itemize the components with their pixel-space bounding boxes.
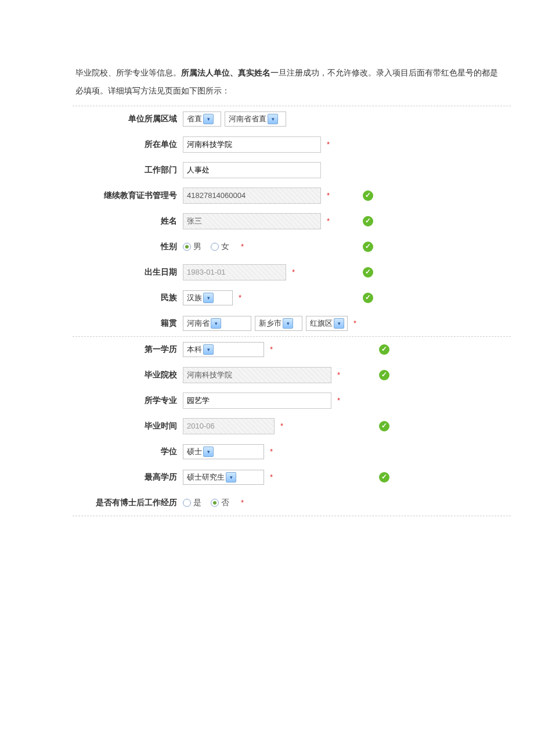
required-star: * <box>327 138 330 151</box>
required-star: * <box>241 240 244 253</box>
check-icon: ✓ <box>379 344 389 355</box>
required-star: * <box>327 189 330 202</box>
degree-value: 硕士 <box>187 445 202 458</box>
check-icon: ✓ <box>379 472 389 483</box>
birth-input[interactable] <box>183 264 286 280</box>
row-firstedu: 第一学历 本科▾ * ✓ <box>73 337 511 362</box>
label-postdoc: 是否有博士后工作经历 <box>73 495 183 510</box>
row-postdoc: 是否有博士后工作经历 是 否 * <box>73 490 511 516</box>
row-region: 单位所属区域 省直▾ 河南省省直▾ <box>73 106 511 132</box>
check-icon: ✓ <box>363 293 373 303</box>
chevron-down-icon: ▾ <box>283 318 293 329</box>
check-icon: ✓ <box>379 421 389 431</box>
row-school: 毕业院校 * ✓ <box>73 362 511 388</box>
label-native: 籍贯 <box>73 316 183 330</box>
native-city-select[interactable]: 新乡市▾ <box>255 316 302 331</box>
gradtime-input[interactable] <box>183 418 275 434</box>
row-nation: 民族 汉族▾ * ✓ <box>73 285 511 311</box>
unit-input[interactable] <box>183 136 321 153</box>
native-district-value: 红旗区 <box>310 316 333 330</box>
chevron-down-icon: ▾ <box>203 114 214 124</box>
school-input[interactable] <box>183 367 331 383</box>
label-firstedu: 第一学历 <box>73 342 183 357</box>
region-select-2-value: 河南省省直 <box>229 112 266 125</box>
radio-icon <box>183 499 191 507</box>
label-school: 毕业院校 <box>73 368 183 382</box>
row-degree: 学位 硕士▾ * <box>73 439 511 465</box>
required-star: * <box>337 394 340 407</box>
postdoc-yes-option[interactable]: 是 <box>183 495 201 510</box>
row-dept: 工作部门 <box>73 157 511 183</box>
required-star: * <box>280 419 283 433</box>
firstedu-value: 本科 <box>187 343 202 356</box>
check-icon: ✓ <box>363 216 373 226</box>
row-certno: 继续教育证书管理号 * ✓ <box>73 183 511 208</box>
row-name: 姓名 * ✓ <box>73 208 511 234</box>
label-major: 所学专业 <box>73 393 183 408</box>
required-star: * <box>353 316 356 330</box>
chevron-down-icon: ▾ <box>211 318 221 329</box>
major-input[interactable] <box>183 393 331 409</box>
label-birth: 出生日期 <box>73 265 183 279</box>
radio-icon <box>211 499 219 507</box>
native-district-select[interactable]: 红旗区▾ <box>306 316 348 331</box>
chevron-down-icon: ▾ <box>268 114 278 124</box>
radio-icon <box>183 243 191 251</box>
gender-female-option[interactable]: 女 <box>211 239 229 254</box>
row-gradtime: 毕业时间 * ✓ <box>73 413 511 439</box>
label-dept: 工作部门 <box>73 163 183 177</box>
check-icon: ✓ <box>363 190 373 201</box>
region-select-1[interactable]: 省直▾ <box>183 111 221 127</box>
form-section-1: 单位所属区域 省直▾ 河南省省直▾ 所在单位 * 工作部门 继续教育证书管理号 … <box>73 106 511 337</box>
nation-select[interactable]: 汉族▾ <box>183 290 233 305</box>
chevron-down-icon: ▾ <box>203 293 214 303</box>
native-province-value: 河南省 <box>187 316 210 330</box>
intro-prefix: 毕业院校、所学专业等信息。 <box>75 68 181 77</box>
chevron-down-icon: ▾ <box>226 472 236 483</box>
row-highedu: 最高学历 硕士研究生▾ * ✓ <box>73 465 511 490</box>
row-native: 籍贯 河南省▾ 新乡市▾ 红旗区▾ * <box>73 311 511 336</box>
firstedu-select[interactable]: 本科▾ <box>183 342 264 357</box>
native-city-value: 新乡市 <box>259 316 282 330</box>
postdoc-no-label: 否 <box>221 495 229 510</box>
label-region: 单位所属区域 <box>73 111 183 126</box>
highedu-select[interactable]: 硕士研究生▾ <box>183 470 264 485</box>
required-star: * <box>241 496 244 509</box>
chevron-down-icon: ▾ <box>203 447 214 457</box>
region-select-2[interactable]: 河南省省直▾ <box>225 111 286 127</box>
label-name: 姓名 <box>73 214 183 228</box>
required-star: * <box>270 445 273 458</box>
dept-input[interactable] <box>183 162 321 178</box>
gender-male-option[interactable]: 男 <box>183 239 201 254</box>
required-star: * <box>239 291 241 304</box>
required-star: * <box>337 368 340 381</box>
gender-male-label: 男 <box>193 239 201 254</box>
required-star: * <box>270 470 273 484</box>
row-birth: 出生日期 * ✓ <box>73 260 511 285</box>
label-degree: 学位 <box>73 444 183 459</box>
native-province-select[interactable]: 河南省▾ <box>183 316 251 331</box>
certno-input[interactable] <box>183 188 321 204</box>
name-input[interactable] <box>183 213 321 229</box>
label-nation: 民族 <box>73 290 183 305</box>
label-unit: 所在单位 <box>73 137 183 152</box>
form-section-2: 第一学历 本科▾ * ✓ 毕业院校 * ✓ 所学专业 * 毕业时间 * ✓ 学位 <box>73 337 511 516</box>
chevron-down-icon: ▾ <box>203 344 214 355</box>
label-gradtime: 毕业时间 <box>73 419 183 433</box>
postdoc-no-option[interactable]: 否 <box>211 495 229 510</box>
chevron-down-icon: ▾ <box>334 318 344 329</box>
row-major: 所学专业 * <box>73 388 511 413</box>
intro-bold: 所属法人单位、真实姓名 <box>181 68 270 77</box>
label-highedu: 最高学历 <box>73 470 183 484</box>
check-icon: ✓ <box>363 267 373 278</box>
highedu-value: 硕士研究生 <box>187 470 225 484</box>
degree-select[interactable]: 硕士▾ <box>183 444 264 459</box>
check-icon: ✓ <box>379 370 389 380</box>
row-unit: 所在单位 * <box>73 132 511 157</box>
required-star: * <box>292 265 295 279</box>
region-select-1-value: 省直 <box>187 112 202 125</box>
postdoc-yes-label: 是 <box>193 495 201 510</box>
radio-icon <box>211 243 219 251</box>
gender-female-label: 女 <box>221 239 229 254</box>
required-star: * <box>327 214 330 228</box>
